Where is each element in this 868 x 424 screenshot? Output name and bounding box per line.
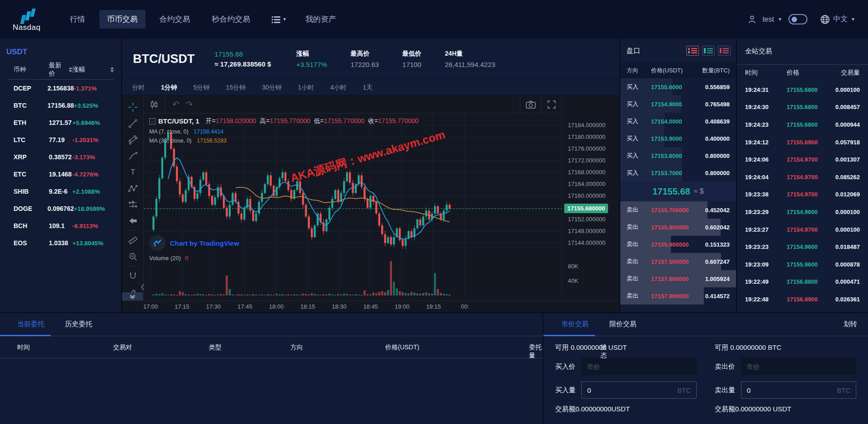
sell-amount-input[interactable] (747, 386, 837, 394)
screenshot-button[interactable] (520, 95, 541, 114)
tradingview-chart: T (122, 95, 619, 300)
high-label: 最高价 (351, 50, 379, 58)
tab-usdt[interactable]: USDT (0, 48, 121, 63)
interval-15分钟[interactable]: 15分钟 (226, 84, 246, 92)
tab-市价交易[interactable]: 市价交易 (555, 320, 595, 336)
trade-price: 17154.9700 (787, 191, 835, 198)
market-row[interactable]: LTC77.19-1.2031% (0, 131, 121, 148)
market-row[interactable]: BCH109.1-6.9113% (0, 217, 121, 234)
market-row[interactable]: ETC19.1468-4.7276% (0, 166, 121, 183)
interval-分时[interactable]: 分时 (132, 84, 145, 92)
market-row[interactable]: EOS1.0338+13.8045% (0, 234, 121, 252)
language-selector[interactable]: 中文 ▼ (820, 14, 855, 24)
ask-price: 17157.900000 (651, 293, 705, 300)
transfer-link[interactable]: 划转 (844, 320, 857, 336)
market-row[interactable]: XRP0.38572-3.173% (0, 148, 121, 166)
bid-side: 买入 (627, 169, 651, 177)
candle-style-button[interactable] (144, 95, 165, 114)
orderbook-ask-row[interactable]: 卖出17155.8000000.602042 (620, 219, 736, 236)
market-price: 2.156838 (47, 85, 74, 92)
trade-row: 19:22:4817156.89000.026361 (737, 291, 868, 308)
interval-1小时[interactable]: 1小时 (298, 84, 314, 92)
theme-toggle[interactable] (788, 14, 807, 24)
interval-1分钟[interactable]: 1分钟 (161, 84, 177, 92)
fullscreen-button[interactable] (541, 95, 561, 114)
crosshair-tool[interactable] (124, 99, 142, 115)
nav-item-assets[interactable]: 我的资产 (298, 10, 344, 29)
interval-5分钟[interactable]: 5分钟 (193, 84, 210, 92)
market-row[interactable]: ETH1271.57+5.6946% (0, 114, 121, 131)
sort-price-button[interactable] (69, 67, 72, 72)
brand-logo[interactable]: Nasdaq (13, 9, 41, 32)
market-change: -1.371% (74, 85, 114, 92)
orderbook-ask-row[interactable]: 卖出17157.5000000.607247 (620, 253, 736, 270)
redo-button[interactable]: ↷ (186, 99, 193, 110)
trade-time: 19:23:23 (745, 243, 787, 250)
trades-panel: 全站交易 时间 价格 交易量 19:24:3117155.68000.00010… (737, 38, 868, 312)
username[interactable]: test (762, 15, 774, 24)
undo-button[interactable]: ↶ (172, 99, 179, 110)
orderbook-ask-row[interactable]: 卖出17157.9000000.414572 (620, 287, 736, 305)
zoom-in-tool[interactable] (124, 248, 142, 265)
trendline-tool[interactable] (124, 115, 142, 132)
price-axis[interactable]: 17184.00000017180.00000017176.0000001717… (561, 95, 619, 300)
bid-price: 17153.8000 (651, 152, 705, 159)
orderbook-bid-row[interactable]: 买入17153.70000.800000 (620, 164, 736, 181)
back-arrow-tool[interactable] (124, 213, 142, 229)
time-axis[interactable]: 17:0017:1517:3017:4518:0018:1518:3018:45… (122, 300, 619, 312)
orders-col-header: 交易对 (113, 343, 132, 352)
orderbook-mode-bids-button[interactable] (702, 46, 715, 56)
low-value: 17100 (402, 61, 421, 68)
volume-tick: 80K (568, 263, 578, 270)
markets-menu-button[interactable]: ▼ (269, 16, 290, 23)
volume-tick: 40K (568, 277, 578, 284)
orderbook-bid-row[interactable]: 买入17153.80000.800000 (620, 147, 736, 164)
orderbook-ask-row[interactable]: 卖出17155.9000000.151323 (620, 236, 736, 253)
buy-price-input[interactable] (581, 358, 697, 375)
nav-item-秒合约交易[interactable]: 秒合约交易 (204, 10, 258, 29)
market-row[interactable]: DCEP2.156838-1.371% (0, 80, 121, 97)
orderbook-ask-row[interactable]: 卖出17155.7000000.452042 (620, 201, 736, 219)
chart-canvas-area[interactable]: ↶ ↷ − BTC (144, 95, 561, 300)
interval-30分钟[interactable]: 30分钟 (262, 84, 282, 92)
nav-item-行情[interactable]: 行情 (62, 10, 93, 29)
orders-col-header: 状态 (600, 343, 607, 360)
tab-当前委托[interactable]: 当前委托 (11, 320, 51, 336)
orderbook-mode-both-button[interactable] (686, 46, 699, 56)
pattern-tool[interactable] (124, 181, 142, 197)
interval-4小时[interactable]: 4小时 (330, 84, 347, 92)
orderbook-bid-row[interactable]: 买入17153.90000.400000 (620, 130, 736, 147)
orderbook-mode-asks-button[interactable] (718, 46, 731, 56)
market-row[interactable]: SHIB9.2E-6+2.1088% (0, 183, 121, 200)
nav-item-币币交易[interactable]: 币币交易 (99, 10, 146, 29)
chevron-down-icon: ▼ (283, 17, 287, 22)
brush-tool[interactable] (124, 148, 142, 164)
market-row[interactable]: BTC17156.88+3.525% (0, 97, 121, 114)
sell-price-input[interactable] (741, 358, 856, 375)
price-tick: 17152.000000 (568, 216, 605, 223)
buy-amount-input[interactable] (587, 386, 677, 394)
sort-change-button[interactable] (110, 67, 114, 72)
orderbook-bid-row[interactable]: 买入17155.60000.556859 (620, 78, 736, 95)
interval-1天[interactable]: 1天 (363, 84, 373, 92)
nav-item-合约交易[interactable]: 合约交易 (152, 10, 198, 29)
trade-amount: 0.000471 (835, 278, 860, 285)
toolbar-expand-button[interactable] (122, 292, 143, 300)
text-tool[interactable]: T (124, 164, 142, 181)
candlestick-chart[interactable] (144, 114, 561, 300)
market-change: -4.7276% (72, 171, 114, 178)
orderbook-bid-row[interactable]: 买入17154.00000.408639 (620, 113, 736, 130)
bid-price: 17155.6000 (651, 84, 705, 91)
forecast-tool[interactable] (124, 197, 142, 213)
market-row[interactable]: DOGE0.096762+18.9599% (0, 200, 121, 217)
buy-amount-unit: BTC (677, 386, 691, 394)
measure-tool[interactable] (124, 232, 142, 248)
magnet-tool[interactable] (124, 268, 142, 284)
tab-限价交易[interactable]: 限价交易 (603, 320, 643, 336)
user-chevron-down-icon[interactable]: ▼ (778, 17, 782, 22)
orderbook-ask-row[interactable]: 卖出17157.6000001.005924 (620, 270, 736, 287)
orderbook-bid-row[interactable]: 买入17154.90000.765498 (620, 95, 736, 113)
pitchfork-tool[interactable] (124, 132, 142, 148)
ask-amount: 1.005924 (705, 276, 730, 282)
tab-历史委托[interactable]: 历史委托 (59, 320, 99, 336)
